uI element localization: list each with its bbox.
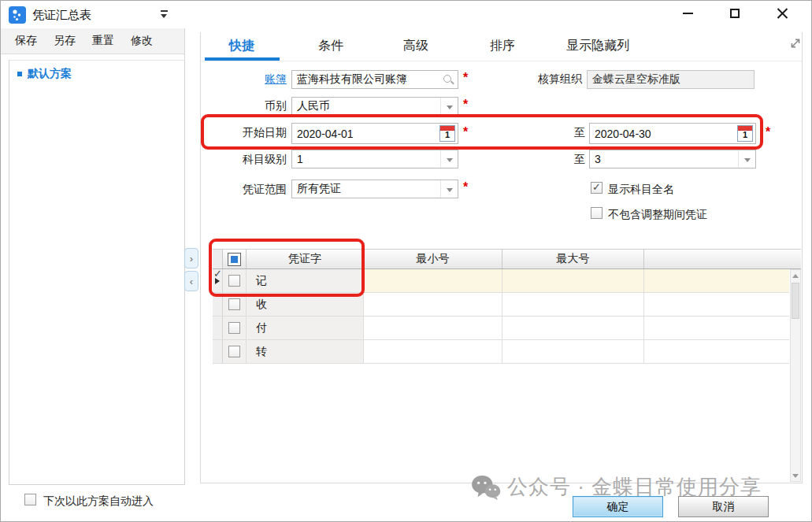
- ledger-value: 蓝海科技有限公司账簿: [297, 72, 407, 87]
- subject-level-to-combo[interactable]: 3: [589, 150, 756, 168]
- scroll-up-icon[interactable]: [791, 270, 800, 281]
- table-row[interactable]: 转: [213, 340, 789, 364]
- currency-combo[interactable]: 人民币: [291, 97, 458, 116]
- voucher-word-cell[interactable]: 记: [247, 269, 364, 293]
- calendar-icon[interactable]: [737, 125, 753, 142]
- select-all-checkbox[interactable]: [228, 253, 241, 266]
- org-field: 金蝶云星空标准版: [587, 70, 755, 89]
- table-row[interactable]: 付: [213, 317, 789, 340]
- auto-enter-scheme-label[interactable]: 下次以此方案自动进入: [43, 494, 154, 509]
- table-row[interactable]: 记: [213, 269, 789, 293]
- max-number-cell[interactable]: [502, 293, 644, 317]
- min-number-cell[interactable]: [364, 293, 502, 317]
- start-date-required-mark: *: [463, 125, 468, 139]
- end-date-value: 2020-04-30: [595, 128, 651, 140]
- expand-resize-icon[interactable]: [789, 37, 802, 50]
- column-header-max-number[interactable]: 最大号: [502, 250, 644, 268]
- voucher-word-cell[interactable]: 付: [247, 317, 364, 340]
- currency-value: 人民币: [297, 99, 330, 113]
- column-header-voucher-word[interactable]: 凭证字: [247, 250, 364, 268]
- minimize-button[interactable]: [669, 1, 706, 26]
- min-number-cell[interactable]: [364, 269, 502, 293]
- subject-level-combo[interactable]: 1: [291, 150, 458, 168]
- subject-level-label: 科目级别: [208, 153, 287, 167]
- modify-button[interactable]: 修改: [131, 34, 153, 48]
- table-row[interactable]: 收: [213, 293, 789, 317]
- filter-panel: 快捷 条件 高级 排序 显示隐藏列 账簿 蓝海科技有限公司账簿 * 核算组织 金…: [200, 32, 803, 483]
- minimize-icon: [683, 13, 693, 14]
- max-number-cell[interactable]: [502, 317, 644, 340]
- row-checkbox[interactable]: [228, 346, 240, 357]
- start-date-field[interactable]: 2020-04-01: [291, 123, 458, 144]
- save-button[interactable]: 保存: [15, 34, 37, 48]
- ok-button[interactable]: 确定: [573, 496, 663, 517]
- min-number-cell[interactable]: [364, 340, 502, 364]
- chevron-down-icon[interactable]: [738, 150, 755, 168]
- voucher-table-header: 凭证字 最小号 最大号: [213, 249, 801, 269]
- voucher-range-value: 所有凭证: [297, 182, 341, 196]
- reset-button[interactable]: 重置: [92, 34, 114, 48]
- tabstrip: 快捷 条件 高级 排序 显示隐藏列: [201, 32, 802, 61]
- tab-sort[interactable]: 排序: [490, 38, 515, 54]
- empty-cell: [644, 317, 789, 340]
- scheme-bullet-icon: [17, 72, 22, 76]
- maximize-icon: [730, 9, 740, 18]
- tab-advanced[interactable]: 高级: [403, 38, 428, 54]
- start-date-label: 开始日期: [208, 126, 287, 140]
- voucher-range-combo[interactable]: 所有凭证: [291, 180, 458, 198]
- exclude-adjust-label[interactable]: 不包含调整期间凭证: [608, 208, 707, 222]
- tab-quick[interactable]: 快捷: [229, 38, 254, 54]
- row-indicator: [213, 317, 223, 340]
- row-indicator: [213, 293, 223, 317]
- row-checkbox-cell: [223, 340, 247, 364]
- chevron-down-icon[interactable]: [440, 98, 458, 115]
- column-header-min-number[interactable]: 最小号: [364, 250, 502, 268]
- table-scrollbar[interactable]: [790, 269, 801, 482]
- tab-condition[interactable]: 条件: [318, 38, 343, 54]
- max-number-cell[interactable]: [502, 340, 644, 364]
- save-as-button[interactable]: 另存: [54, 34, 76, 48]
- show-full-name-label[interactable]: 显示科目全名: [608, 183, 674, 197]
- scrollbar-thumb[interactable]: [792, 283, 799, 319]
- voucher-summary-dialog: 凭证汇总表 保存 另存 重置 修改 默认方案 快捷 条件 高级 排序 显示隐藏列: [0, 0, 812, 522]
- search-icon[interactable]: [443, 75, 451, 83]
- auto-enter-scheme-checkbox[interactable]: [24, 494, 36, 505]
- exclude-adjust-checkbox[interactable]: [591, 207, 603, 219]
- splitter-expand-button[interactable]: ›: [184, 248, 198, 268]
- currency-label: 币别: [208, 99, 287, 113]
- row-checkbox[interactable]: [228, 298, 240, 310]
- empty-cell: [644, 293, 789, 317]
- date-to-label: 至: [554, 126, 585, 140]
- window-title: 凭证汇总表: [32, 8, 91, 23]
- ledger-field[interactable]: 蓝海科技有限公司账簿: [291, 70, 458, 89]
- row-checkbox-cell: [223, 269, 247, 293]
- select-all-header-cell: [223, 250, 247, 268]
- row-checkbox[interactable]: [228, 275, 240, 287]
- toolbar-overflow-icon[interactable]: [160, 9, 169, 19]
- max-number-cell[interactable]: [502, 269, 644, 293]
- maximize-button[interactable]: [717, 1, 753, 26]
- calendar-icon[interactable]: [439, 125, 455, 142]
- close-button[interactable]: [764, 1, 800, 26]
- row-checkbox[interactable]: [228, 322, 240, 334]
- scheme-label: 默认方案: [28, 67, 72, 81]
- show-full-name-checkbox[interactable]: [591, 182, 603, 194]
- active-tab-underline: [205, 57, 280, 61]
- chevron-down-icon[interactable]: [440, 180, 458, 198]
- chevron-down-icon[interactable]: [440, 150, 458, 168]
- min-number-cell[interactable]: [364, 317, 502, 340]
- sidebar-item-default-scheme[interactable]: 默认方案: [9, 61, 184, 81]
- org-value: 金蝶云星空标准版: [592, 72, 680, 87]
- scroll-down-icon[interactable]: [791, 470, 800, 481]
- voucher-word-cell[interactable]: 转: [247, 340, 364, 364]
- voucher-table-body: 记 收 付: [213, 269, 789, 364]
- row-indicator: [213, 340, 223, 364]
- end-date-field[interactable]: 2020-04-30: [589, 123, 756, 144]
- voucher-word-cell[interactable]: 收: [247, 293, 364, 317]
- ledger-label-link[interactable]: 账簿: [208, 72, 287, 87]
- currency-required-mark: *: [463, 98, 468, 112]
- tab-show-hide-columns[interactable]: 显示隐藏列: [566, 38, 629, 54]
- splitter-collapse-button[interactable]: ‹: [184, 271, 198, 291]
- subject-level-to-value: 3: [595, 153, 601, 165]
- cancel-button[interactable]: 取消: [678, 496, 769, 517]
